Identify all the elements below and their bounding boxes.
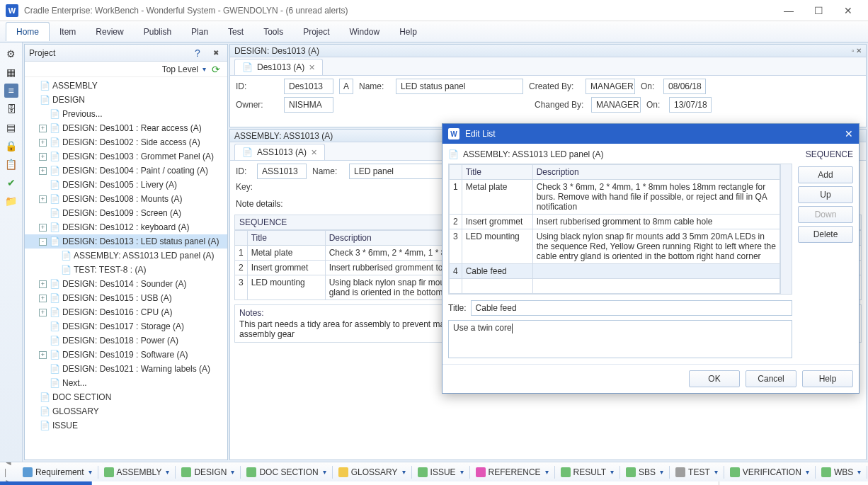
tree-node[interactable]: 📄DESIGN: Des1009 : Screen (A)	[25, 206, 227, 220]
dropdown-icon[interactable]: ▾	[202, 65, 206, 73]
bt-wbs[interactable]: WBS▾	[817, 466, 865, 479]
project-title: Project	[29, 48, 55, 58]
doc-icon: 📄	[49, 179, 60, 190]
design-name-field[interactable]: LED status panel	[396, 79, 523, 94]
tree-node[interactable]: 📄ASSEMBLY: ASS1013 LED panel (A)	[25, 249, 227, 263]
close-tab-icon[interactable]: ✕	[309, 63, 315, 72]
bt-verification[interactable]: VERIFICATION▾	[726, 466, 813, 479]
left-icon-strip: ⚙ ▦ ≡ 🗄 ▤ 🔒 📋 ✔ 📁	[0, 42, 23, 462]
gear-icon[interactable]: ⚙	[4, 47, 18, 61]
tree-node[interactable]: 📄ISSUE	[25, 418, 227, 433]
tree-node[interactable]: +📄DESIGN: Des1014 : Sounder (A)	[25, 277, 227, 291]
help-icon[interactable]: ?	[190, 46, 205, 60]
project-tree[interactable]: 📄ASSEMBLY📄DESIGN📄Previous...+📄DESIGN: De…	[25, 77, 227, 460]
bt-test[interactable]: TEST▾	[671, 466, 722, 479]
up-button[interactable]: Up	[798, 186, 853, 203]
bt-glossary[interactable]: GLOSSARY▾	[334, 466, 410, 479]
tree-node[interactable]: +📄DESIGN: Des1002 : Side access (A)	[25, 135, 227, 149]
description-input[interactable]: Use a twin core	[448, 320, 792, 358]
toplevel-label[interactable]: Top Level	[162, 64, 198, 74]
design-rev-field[interactable]: A	[339, 79, 353, 94]
calendar-icon[interactable]: ▦	[4, 65, 18, 79]
check-icon[interactable]: ✔	[4, 176, 18, 190]
tree-node[interactable]: +📄DESIGN: Des1015 : USB (A)	[25, 291, 227, 305]
tree-node[interactable]: 📄TEST: TEST-8 : (A)	[25, 263, 227, 277]
menu-publish[interactable]: Publish	[134, 23, 181, 41]
delete-button[interactable]: Delete	[798, 226, 853, 243]
tree-node[interactable]: 📄DESIGN: Des1017 : Storage (A)	[25, 319, 227, 333]
dialog-close-icon[interactable]: ✕	[845, 128, 853, 139]
tree-node[interactable]: 📄Next...	[25, 376, 227, 390]
tree-node[interactable]: -📄DESIGN: Des1013 : LED status panel (A)	[25, 234, 227, 249]
tree-node[interactable]: +📄DESIGN: Des1004 : Paint / coating (A)	[25, 164, 227, 178]
bt-sbs[interactable]: SBS▾	[622, 466, 668, 479]
minimize-button[interactable]: —	[775, 2, 803, 19]
menu-test[interactable]: Test	[218, 23, 253, 41]
bt-result[interactable]: RESULT▾	[556, 466, 618, 479]
list-icon[interactable]: ≡	[4, 84, 18, 98]
menu-tools[interactable]: Tools	[253, 23, 293, 41]
status-rw: RW	[719, 481, 804, 485]
assembly-tab[interactable]: 📄 ASS1013 (A) ✕	[234, 144, 325, 160]
cancel-button[interactable]: Cancel	[746, 370, 796, 387]
lock-icon[interactable]: 🔒	[4, 139, 18, 153]
table-row-new[interactable]	[450, 279, 780, 294]
menu-item[interactable]: Item	[50, 23, 86, 41]
table-row[interactable]: 3LED mountingUsing black nylon snap fir …	[450, 229, 780, 264]
tree-node[interactable]: 📄ASSEMBLY	[25, 79, 227, 93]
bt-design[interactable]: DESIGN▾	[177, 466, 239, 479]
pane-ctrl-icon[interactable]: ▫ ✕	[852, 47, 862, 55]
add-button[interactable]: Add	[798, 166, 853, 183]
tree-node[interactable]: +📄DESIGN: Des1016 : CPU (A)	[25, 305, 227, 319]
menu-plan[interactable]: Plan	[181, 23, 218, 41]
tree-node[interactable]: 📄Previous...	[25, 107, 227, 121]
design-tab[interactable]: 📄 Des1013 (A) ✕	[234, 59, 323, 75]
bt-reference[interactable]: REFERENCE▾	[472, 466, 553, 479]
table-row[interactable]: 1Metal plateCheck 3 * 6mm, 2 * 4mm, 1 * …	[450, 180, 780, 215]
help-button[interactable]: Help	[802, 370, 853, 387]
table-row[interactable]: 2Insert grommetInsert rubberised grommen…	[450, 215, 780, 229]
doc-icon: 📄	[242, 62, 253, 72]
db-icon[interactable]: 🗄	[4, 102, 18, 116]
ok-button[interactable]: OK	[689, 370, 740, 387]
tree-node[interactable]: 📄DESIGN: Des1018 : Power (A)	[25, 333, 227, 348]
design-id-field[interactable]: Des1013	[284, 79, 333, 94]
bt-issue[interactable]: ISSUE▾	[413, 466, 468, 479]
close-button[interactable]: ✕	[834, 2, 862, 19]
menu-help[interactable]: Help	[389, 23, 427, 41]
scrollbar[interactable]	[780, 164, 792, 294]
menu-window[interactable]: Window	[340, 23, 390, 41]
bt-doc-section[interactable]: DOC SECTION▾	[242, 466, 330, 479]
note-icon[interactable]: 📋	[4, 157, 18, 171]
tree-node[interactable]: +📄DESIGN: Des1008 : Mounts (A)	[25, 192, 227, 206]
tree-node[interactable]: 📄DESIGN: Des1021 : Warning labels (A)	[25, 362, 227, 376]
tree-node[interactable]: +📄DESIGN: Des1003 : Grommet Panel (A)	[25, 149, 227, 164]
menu-home[interactable]: Home	[6, 22, 50, 41]
nav-arrows[interactable]: ◄ ◄ | ► ►	[4, 462, 17, 481]
edit-list-table[interactable]: Title Description 1Metal plateCheck 3 * …	[449, 164, 780, 294]
tree-node[interactable]: 📄DESIGN: Des1005 : Livery (A)	[25, 178, 227, 192]
table-row[interactable]: 4Cable feed	[450, 264, 780, 279]
bt-requirement[interactable]: Requirement▾	[18, 466, 96, 479]
tree-node[interactable]: +📄DESIGN: Des1001 : Rear access (A)	[25, 121, 227, 135]
maximize-button[interactable]: ☐	[804, 2, 833, 19]
bottom-toolbar: ◄ ◄ | ► ► Requirement▾ASSEMBLY▾DESIGN▾DO…	[0, 462, 868, 481]
app-logo: W	[448, 128, 459, 139]
tree-node[interactable]: 📄GLOSSARY	[25, 404, 227, 418]
folder-icon[interactable]: 📁	[4, 194, 18, 208]
tree-node[interactable]: 📄DESIGN	[25, 93, 227, 107]
menu-review[interactable]: Review	[86, 23, 133, 41]
bt-assembly[interactable]: ASSEMBLY▾	[100, 466, 174, 479]
menu-project[interactable]: Project	[293, 23, 339, 41]
title-input[interactable]	[471, 300, 792, 316]
tree-node[interactable]: +📄DESIGN: Des1012 : keyboard (A)	[25, 220, 227, 234]
close-panel-icon[interactable]: ✖	[209, 46, 223, 60]
assembly-id-field[interactable]: ASS1013	[257, 164, 307, 179]
table-icon[interactable]: ▤	[4, 120, 18, 135]
design-owner-field[interactable]: NISHMA	[284, 97, 333, 113]
refresh-icon[interactable]: ⟳	[209, 62, 223, 76]
close-tab-icon[interactable]: ✕	[311, 148, 317, 157]
tree-node[interactable]: 📄DOC SECTION	[25, 390, 227, 404]
dialog-titlebar[interactable]: W Edit List ✕	[442, 124, 859, 144]
tree-node[interactable]: +📄DESIGN: Des1019 : Software (A)	[25, 348, 227, 362]
